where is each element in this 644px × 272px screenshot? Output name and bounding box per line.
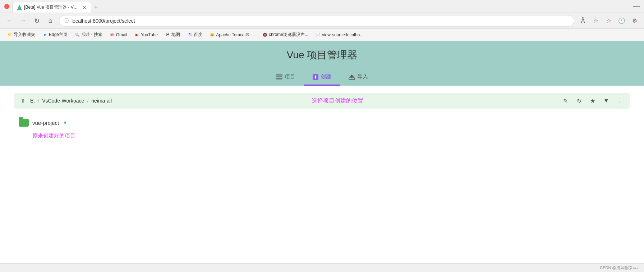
url-text: localhost:8000/project/select	[72, 18, 135, 24]
bookmark-import-icon: 📁	[7, 32, 12, 37]
bookmark-baidu-label: 百度	[194, 32, 202, 38]
path-select-text: 选择项目创建的位置	[115, 97, 560, 105]
bookmark-youtube-icon: ▶	[134, 32, 139, 37]
title-bar: [Beta] Vue 项目管理器 - Vue CLI ✕ + —	[0, 0, 644, 13]
svg-marker-6	[350, 74, 354, 78]
history-button[interactable]: 🕐	[617, 16, 627, 26]
bookmark-youtube[interactable]: ▶ YouTube	[132, 31, 161, 39]
back-button[interactable]: ←	[4, 16, 14, 26]
svg-rect-5	[349, 78, 355, 80]
path-star-button[interactable]: ★	[587, 95, 598, 106]
svg-rect-0	[276, 74, 282, 76]
folder-arrow: ▼	[63, 120, 68, 126]
bookmark-source-icon: 📄	[316, 32, 321, 37]
path-bar: ⇧ E: / VsCode-Workpace / heima-all 选择项目创…	[14, 93, 630, 109]
folder-name: vue-project	[32, 120, 59, 126]
svg-rect-1	[276, 76, 282, 77]
svg-rect-2	[276, 78, 282, 80]
status-text: CSDN @清风微凉 aaa	[600, 265, 640, 271]
bookmark-gmail-icon: M	[110, 32, 115, 37]
nav-item-create[interactable]: 创建	[304, 69, 340, 86]
home-button[interactable]: ⌂	[45, 16, 55, 26]
bookmark-chrome-label: chrome浏览器没声...	[269, 32, 308, 38]
bookmark-maps[interactable]: 🗺 地图	[162, 30, 183, 39]
address-bar: ← → ↻ ⌂ ⓘ localhost:8000/project/select …	[0, 13, 644, 29]
forward-button[interactable]: →	[18, 16, 28, 26]
bookmark-edge-label: Edge主页	[49, 32, 68, 38]
bookmark-apache[interactable]: 🐱 Apache Tomcat® -...	[207, 31, 258, 39]
bookmark-import[interactable]: 📁 导入收藏夹	[4, 30, 38, 39]
path-folder1[interactable]: VsCode-Workpace	[39, 96, 87, 105]
bookmark-maps-icon: 🗺	[165, 32, 170, 37]
tab-bar: [Beta] Vue 项目管理器 - Vue CLI ✕ +	[12, 0, 633, 13]
path-up-button[interactable]: ⇧	[19, 96, 27, 105]
bookmark-gmail-label: Gmail	[116, 32, 127, 37]
new-tab-button[interactable]: +	[91, 2, 101, 13]
bookmark-view-source[interactable]: 📄 view-source:localho...	[313, 31, 366, 39]
favorites-button[interactable]: ☆	[591, 16, 601, 26]
bookmark-chrome-icon: 🔇	[262, 32, 267, 37]
minimize-button[interactable]: —	[633, 3, 640, 10]
path-folder2[interactable]: heima-all	[88, 96, 115, 105]
upload-icon	[349, 74, 355, 80]
path-dropdown-button[interactable]: ▼	[601, 95, 612, 106]
folder-item[interactable]: vue-project ▼	[14, 116, 630, 130]
app-title: Vue 项目管理器	[0, 48, 644, 62]
window-right-controls: —	[633, 3, 640, 10]
address-input-container[interactable]: ⓘ localhost:8000/project/select	[59, 15, 574, 27]
project-item[interactable]: 原来创建好的项目	[14, 130, 630, 142]
list-icon	[276, 74, 282, 80]
bookmark-search-label: 爪哇 - 搜索	[81, 32, 102, 38]
status-bar: CSDN @清风微凉 aaa	[0, 263, 644, 272]
bookmark-apache-icon: 🐱	[210, 32, 215, 37]
bookmark-youtube-label: YouTube	[141, 32, 158, 37]
path-more-button[interactable]: ⋮	[615, 95, 625, 106]
bookmark-search[interactable]: 🔍 爪哇 - 搜索	[72, 30, 105, 39]
collections-button[interactable]: ☆	[604, 16, 614, 26]
nav-import-label: 导入	[357, 73, 368, 80]
bookmark-search-icon: 🔍	[75, 32, 80, 37]
bookmark-gmail[interactable]: M Gmail	[107, 31, 130, 39]
read-mode-button[interactable]: Ã	[578, 16, 588, 26]
main-content: Vue 项目管理器 项目 创建	[0, 41, 644, 272]
path-refresh-button[interactable]: ↻	[574, 95, 584, 106]
nav-create-label: 创建	[321, 73, 331, 80]
bookmark-import-label: 导入收藏夹	[14, 32, 35, 38]
nav-projects-label: 项目	[285, 73, 295, 80]
plus-icon	[313, 74, 318, 80]
active-tab[interactable]: [Beta] Vue 项目管理器 - Vue CLI ✕	[12, 2, 91, 13]
nav-item-import[interactable]: 导入	[340, 69, 377, 86]
tab-favicon	[17, 5, 22, 10]
vue-header: Vue 项目管理器 项目 创建	[0, 41, 644, 86]
tab-close-button[interactable]: ✕	[82, 5, 87, 10]
tab-title: [Beta] Vue 项目管理器 - Vue CLI	[24, 4, 79, 10]
nav-item-projects[interactable]: 项目	[267, 69, 304, 86]
bookmark-baidu[interactable]: 百 百度	[184, 30, 205, 39]
content-area: ⇧ E: / VsCode-Workpace / heima-all 选择项目创…	[0, 86, 644, 149]
info-icon: ⓘ	[64, 18, 69, 24]
refresh-button[interactable]: ↻	[32, 16, 42, 26]
bookmark-chrome-sound[interactable]: 🔇 chrome浏览器没声...	[259, 30, 311, 39]
path-edit-button[interactable]: ✎	[560, 95, 571, 106]
project-label: 原来创建好的项目	[32, 132, 75, 139]
traffic-light-close[interactable]	[4, 4, 9, 9]
main-nav: 项目 创建 导入	[0, 69, 644, 86]
bookmark-apache-label: Apache Tomcat® -...	[216, 32, 255, 37]
address-actions: Ã ☆ ☆ 🕐 ⚙	[578, 16, 640, 26]
window-controls	[4, 4, 9, 9]
settings-button[interactable]: ⚙	[630, 16, 640, 26]
path-drive[interactable]: E:	[27, 96, 38, 105]
bookmark-edge-home[interactable]: e Edge主页	[40, 30, 70, 39]
folder-icon	[19, 119, 29, 127]
bookmark-baidu-icon: 百	[187, 32, 192, 37]
path-actions: ✎ ↻ ★ ▼ ⋮	[560, 95, 625, 106]
bookmark-maps-label: 地图	[171, 32, 180, 38]
bookmark-source-label: view-source:localho...	[322, 32, 363, 37]
bookmarks-bar: 📁 导入收藏夹 e Edge主页 🔍 爪哇 - 搜索 M Gmail ▶ You…	[0, 29, 644, 41]
bookmark-edge-icon: e	[42, 32, 47, 37]
